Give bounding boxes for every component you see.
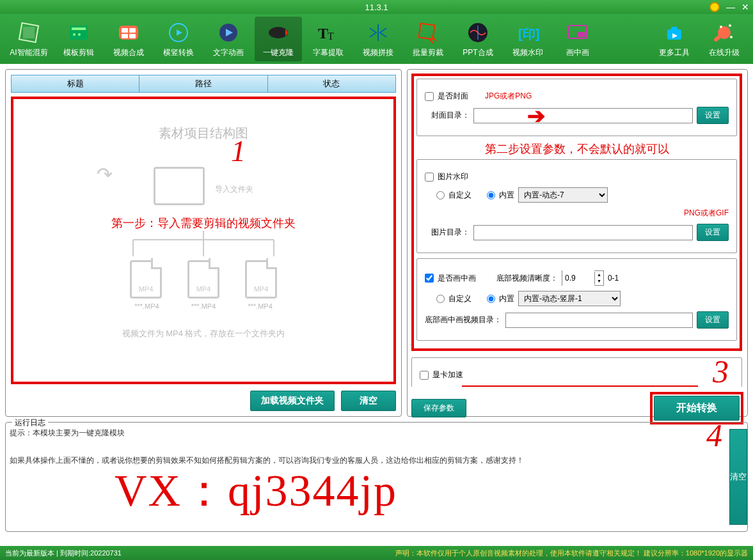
main-toolbar: AI智能混剪 模板剪辑 视频合成 横竖转换 文字动画 一键克隆 TT字幕提取 视… [0, 14, 753, 64]
cover-checkbox[interactable] [425, 92, 434, 101]
tool-ai-mix[interactable]: AI智能混剪 [5, 17, 52, 61]
mp4-captions: ***.MP4 ***.MP4 ***.MP4 [134, 299, 273, 310]
tool-template[interactable]: 模板剪辑 [55, 17, 102, 61]
annotation-1: 1 [231, 134, 246, 168]
load-folder-button[interactable]: 加载视频文件夹 [250, 391, 335, 411]
status-bar: 当前为最新版本 | 到期时间:20220731 声明：本软件仅用于个人原创音视频… [0, 546, 753, 560]
svg-rect-26 [577, 32, 585, 37]
step2-text: 第二步设置参数，不会默认的就可以 [416, 141, 737, 157]
tool-rotate[interactable]: 横竖转换 [155, 17, 202, 61]
pip-custom-radio[interactable] [436, 295, 445, 303]
clarity-input[interactable] [562, 270, 594, 286]
svg-rect-10 [129, 34, 136, 38]
tool-pip[interactable]: 画中画 [554, 17, 601, 61]
cover-format: JPG或者PNG [485, 91, 532, 102]
save-params-button[interactable]: 保存参数 [411, 399, 466, 417]
status-right: 声明：本软件仅用于个人原创音视频素材的处理，使用本软件请遵守相关规定！ 建议分辨… [395, 548, 748, 558]
svg-text:[印]: [印] [518, 27, 539, 41]
gpu-checkbox[interactable] [420, 371, 429, 380]
svg-line-20 [431, 36, 436, 41]
watermark-set-button[interactable]: 设置 [697, 224, 729, 241]
tool-more[interactable]: 更多工具 [651, 17, 698, 61]
watermark-custom-radio[interactable] [436, 191, 445, 199]
clarity-range: 0-1 [608, 274, 619, 283]
tool-upgrade[interactable]: 在线升级 [701, 17, 748, 61]
step2-redbox: 是否封面 JPG或者PNG 封面目录： 设置 ➔ 第二步设置参数，不会默认的就可… [411, 74, 742, 351]
pip-checkbox[interactable] [425, 274, 434, 283]
import-hint: 导入文件夹 [215, 184, 253, 195]
pip-builtin-radio[interactable] [487, 295, 495, 303]
settings-scroll[interactable]: 是否封面 JPG或者PNG 封面目录： 设置 ➔ 第二步设置参数，不会默认的就可… [411, 74, 743, 387]
mp4-icon: MP4 [187, 260, 219, 299]
pip-builtin-label: 内置 [499, 293, 514, 304]
pip-dir-label: 底部画中画视频目录： [425, 315, 502, 325]
step4-redbox: 开始转换 [650, 392, 743, 424]
svg-rect-1 [23, 27, 35, 38]
clarity-spinner[interactable]: ▲▼ [562, 270, 604, 286]
cover-dir-input[interactable] [473, 108, 693, 123]
tool-ppt[interactable]: PPT合成 [454, 17, 502, 61]
watermark-checkbox[interactable] [425, 173, 434, 182]
svg-point-5 [78, 33, 81, 36]
drop-area[interactable]: 素材项目结构图 1 ↷ 导入文件夹 第一步：导入需要剪辑的视频文件夹 MP4 M… [11, 97, 396, 384]
watermark-builtin-select[interactable]: 内置-动态-7 [518, 187, 608, 203]
medal-icon [709, 2, 720, 12]
tool-watermark[interactable]: [印]视频水印 [504, 17, 551, 61]
spin-down[interactable]: ▼ [594, 278, 603, 284]
col-title[interactable]: 标题 [12, 75, 139, 92]
output-group: 显卡加速 3 存储输出： 第三步设置输出路径 设置 [411, 357, 742, 387]
arrow-icon: ↷ [97, 163, 113, 185]
tree-lines [107, 231, 299, 256]
log-section: 4 运行日志 提示：本模块主要为一键克隆模块 如果具体操作上面不懂的，或者说你想… [5, 422, 748, 532]
pip-group: 是否画中画 底部视频清晰度： ▲▼ 0-1 自定义 内置 内置-动态-竖屏-1 [416, 258, 737, 341]
svg-text:T: T [328, 31, 334, 42]
left-panel: 标题 路径 状态 素材项目结构图 1 ↷ 导入文件夹 第一步：导入需要剪辑的视频… [5, 69, 402, 417]
minimize-button[interactable]: — [726, 2, 735, 12]
svg-rect-9 [122, 34, 128, 38]
app-version: 11.3.1 [365, 3, 388, 12]
watermark-label: 图片水印 [438, 171, 468, 182]
col-path[interactable]: 路径 [139, 75, 267, 92]
watermark-format: PNG或者GIF [684, 208, 729, 217]
watermark-builtin-radio[interactable] [487, 191, 495, 199]
svg-point-15 [269, 27, 288, 38]
tool-concat[interactable]: 视频拼接 [354, 17, 402, 61]
log-content: 提示：本模块主要为一键克隆模块 如果具体操作上面不懂的，或者说你想要的剪辑效果不… [10, 426, 743, 468]
watermark-group: 图片水印 自定义 内置 内置-动态-7 PNG或者GIF 图片目录： [416, 159, 737, 253]
mp4-row: MP4 MP4 MP4 [130, 260, 277, 299]
title-bar: 11.3.1 — ✕ [0, 0, 753, 14]
tool-text-anim[interactable]: 文字动画 [205, 17, 252, 61]
start-button[interactable]: 开始转换 [654, 396, 740, 421]
clarity-label: 底部视频清晰度： [496, 273, 558, 284]
spin-up[interactable]: ▲ [594, 272, 603, 278]
close-button[interactable]: ✕ [741, 2, 749, 12]
watermark-dir-input[interactable] [473, 225, 693, 240]
svg-point-32 [729, 24, 731, 27]
svg-rect-8 [129, 28, 136, 33]
watermark-builtin-label: 内置 [499, 190, 514, 201]
tool-batch-crop[interactable]: 批量剪裁 [404, 17, 452, 61]
pip-set-button[interactable]: 设置 [697, 311, 729, 329]
svg-marker-12 [177, 29, 182, 36]
svg-text:T: T [318, 25, 328, 42]
svg-point-33 [730, 36, 733, 38]
mp4-icon: MP4 [130, 260, 162, 299]
step3-redbox: 第三步设置输出路径 [462, 385, 698, 387]
format-note: 视频文件为 MP4 格式，存放在一个文件夹内 [122, 328, 285, 339]
col-status[interactable]: 状态 [268, 75, 395, 92]
log-clear-button[interactable]: 清空 [729, 429, 747, 525]
svg-rect-3 [72, 27, 86, 30]
folder-icon [154, 167, 205, 205]
log-legend: 运行日志 [12, 417, 48, 428]
tool-subtitle[interactable]: TT字幕提取 [305, 17, 352, 61]
cover-set-button[interactable]: 设置 [697, 107, 729, 124]
clear-button[interactable]: 清空 [341, 391, 396, 411]
pip-dir-input[interactable] [505, 313, 693, 328]
tool-compose[interactable]: 视频合成 [105, 17, 152, 61]
pip-label: 是否画中画 [438, 273, 476, 284]
pip-builtin-select[interactable]: 内置-动态-竖屏-1 [518, 291, 621, 306]
step1-text: 第一步：导入需要剪辑的视频文件夹 [111, 215, 296, 231]
svg-point-31 [720, 26, 722, 28]
tool-clone[interactable]: 一键克隆 [255, 17, 302, 61]
svg-point-4 [73, 33, 75, 36]
